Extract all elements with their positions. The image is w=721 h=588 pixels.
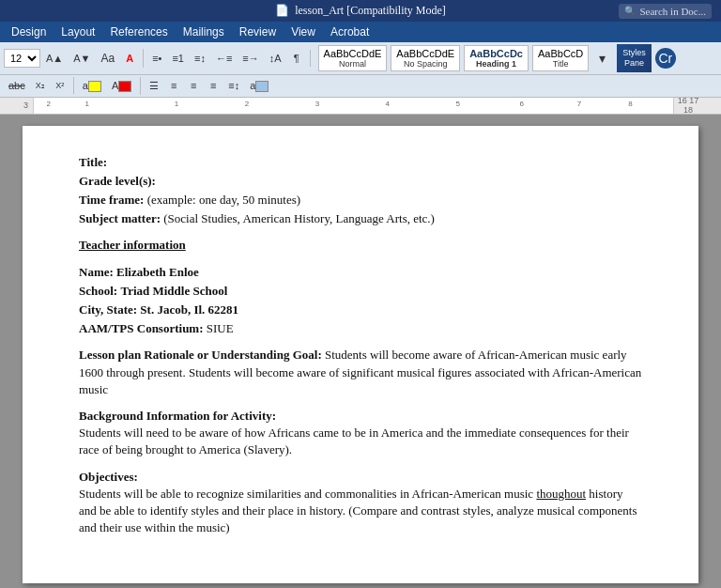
style-heading1[interactable]: AaBbCcDc Heading 1: [464, 45, 529, 71]
menu-item-design[interactable]: Design: [4, 22, 54, 42]
multilevel-button[interactable]: ≡↕: [190, 50, 210, 67]
styles-area: AaBbCcDdE Normal AaBbCcDdE No Spacing Aa…: [318, 44, 676, 72]
name-value: Elizabeth Enloe: [116, 265, 199, 279]
background-body: Students will need to be aware of how Af…: [79, 425, 642, 458]
rationale-heading: Lesson plan Rationale or Understanding G…: [79, 348, 322, 362]
name-label: Name:: [79, 265, 114, 279]
menu-item-references[interactable]: References: [102, 22, 175, 42]
case-button[interactable]: Aa: [96, 49, 119, 68]
shading-button[interactable]: a: [245, 77, 273, 95]
ruler: 3 2 1 1 2 3 4 5 6 7 8 16 17 18: [0, 98, 721, 115]
sort-button[interactable]: ↕A: [265, 50, 286, 67]
create-style-button[interactable]: Cr: [655, 48, 676, 69]
document-wrapper: Title: Grade level(s): Time frame: (exam…: [0, 115, 721, 588]
city-state-line: City, State: St. Jacob, Il. 62281: [79, 302, 642, 318]
background-heading: Background Information for Activity:: [79, 408, 642, 425]
style-normal[interactable]: AaBbCcDdE Normal: [318, 45, 388, 71]
word-icon: 📄: [275, 4, 289, 18]
menu-item-mailings[interactable]: Mailings: [176, 22, 232, 42]
toolbar-row2: abc X₂ X² a A ☰ ≡ ≡ ≡ ≡↕ a: [0, 75, 721, 98]
subject-label: Subject matter:: [79, 211, 161, 225]
rationale-section: Lesson plan Rationale or Understanding G…: [79, 347, 642, 398]
toolbar-row1: 121014 A▲ A▼ Aa A ≡• ≡1 ≡↕ ←≡ ≡→ ↕A ¶ Aa…: [0, 42, 721, 75]
menu-item-acrobat[interactable]: Acrobat: [323, 22, 376, 42]
numbering-button[interactable]: ≡1: [167, 50, 189, 67]
align-left-button[interactable]: ☰: [145, 77, 163, 95]
background-section: Background Information for Activity: Stu…: [79, 408, 642, 459]
title-bar: 📄 lesson_Art [Compatibility Mode] Search…: [0, 0, 721, 22]
rationale-paragraph: Lesson plan Rationale or Understanding G…: [79, 347, 642, 398]
style-normal-label: Normal: [324, 59, 382, 69]
ruler-track: 2 1 1 2 3 4 5 6 7 8: [33, 98, 674, 114]
more-styles-button[interactable]: ▾: [592, 50, 611, 67]
strikethrough-button[interactable]: abc: [4, 77, 30, 94]
show-para-button[interactable]: ¶: [287, 50, 306, 67]
decrease-indent-button[interactable]: ←≡: [211, 50, 237, 67]
search-area[interactable]: Search in Doc...: [619, 4, 712, 19]
styles-pane-button[interactable]: Styles Pane: [617, 44, 652, 72]
menu-bar: Design Layout References Mailings Review…: [0, 22, 721, 42]
city-state-value: St. Jacob, Il. 62281: [140, 302, 238, 317]
consortium-value: SIUE: [207, 321, 234, 335]
timeframe-line: Time frame: (example: one day, 50 minute…: [79, 192, 642, 209]
font-color-button[interactable]: A: [107, 77, 136, 95]
subscript-button[interactable]: X₂: [31, 78, 50, 93]
timeframe-value: (example: one day, 50 minutes): [147, 193, 300, 207]
align-center-button[interactable]: ≡: [164, 77, 183, 94]
grade-line: Grade level(s):: [79, 173, 642, 190]
line-spacing-button[interactable]: ≡↕: [223, 77, 244, 94]
style-no-spacing-preview: AaBbCcDdE: [396, 48, 454, 59]
shrink-font-button[interactable]: A▼: [69, 50, 95, 67]
header-info-section: Title: Grade level(s): Time frame: (exam…: [79, 154, 642, 228]
text-highlight-button[interactable]: a: [78, 77, 106, 95]
align-justify-button[interactable]: ≡: [204, 77, 222, 94]
font-size-group: 121014 A▲ A▼ Aa A: [4, 49, 144, 68]
timeframe-label: Time frame:: [79, 193, 144, 207]
title-label: Title:: [79, 155, 107, 169]
objectives-section: Objectives: Students will be able to rec…: [79, 469, 642, 537]
font-size-select[interactable]: 121014: [4, 49, 40, 68]
alignment-group: ☰ ≡ ≡ ≡ ≡↕ a: [145, 77, 277, 95]
menu-item-review[interactable]: Review: [232, 22, 284, 42]
title-line: Title:: [79, 154, 642, 171]
document-page: Title: Grade level(s): Time frame: (exam…: [23, 126, 698, 584]
city-state-label: City, State:: [79, 302, 137, 317]
align-right-button[interactable]: ≡: [184, 77, 203, 94]
school-line: School: Triad Middle School: [79, 283, 642, 300]
style-heading1-preview: AaBbCcDc: [469, 48, 523, 59]
objectives-body: Students will be able to recognize simil…: [79, 486, 642, 537]
bullets-button[interactable]: ≡•: [147, 50, 166, 67]
style-title-label: Title: [538, 59, 583, 69]
subject-value: (Social Studies, American History, Langu…: [163, 211, 435, 225]
consortium-label: AAM/TPS Consortium:: [79, 321, 204, 335]
style-no-spacing[interactable]: AaBbCcDdE No Spacing: [391, 45, 460, 71]
consortium-line: AAM/TPS Consortium: SIUE: [79, 320, 642, 337]
name-line: Name: Elizabeth Enloe: [79, 264, 642, 281]
menu-item-view[interactable]: View: [284, 22, 323, 42]
grow-font-button[interactable]: A▲: [41, 50, 68, 67]
style-title[interactable]: AaBbCcD Title: [532, 45, 589, 71]
style-normal-preview: AaBbCcDdE: [324, 48, 382, 59]
thoughout-underline: thoughout: [536, 487, 586, 501]
menu-item-layout[interactable]: Layout: [54, 22, 102, 42]
teacher-details-section: Name: Elizabeth Enloe School: Triad Midd…: [79, 264, 642, 338]
search-label: Search in Doc...: [639, 6, 706, 17]
style-title-preview: AaBbCcD: [538, 48, 583, 59]
document-title: lesson_Art [Compatibility Mode]: [295, 4, 446, 18]
superscript-button[interactable]: X²: [51, 78, 69, 93]
teacher-info-heading-section: Teacher information: [79, 237, 642, 254]
increase-indent-button[interactable]: ≡→: [238, 50, 263, 67]
style-heading1-label: Heading 1: [469, 59, 523, 69]
grade-label: Grade level(s):: [79, 174, 156, 188]
text-color-group: a A: [78, 77, 141, 95]
subject-line: Subject matter: (Social Studies, America…: [79, 210, 642, 227]
school-label: School:: [79, 284, 117, 298]
school-value: Triad Middle School: [120, 284, 227, 298]
paragraph-group: ≡• ≡1 ≡↕ ←≡ ≡→ ↕A ¶: [147, 50, 310, 67]
teacher-info-heading: Teacher information: [79, 237, 642, 254]
font-format-group: abc X₂ X²: [4, 77, 74, 94]
objectives-heading: Objectives:: [79, 469, 642, 486]
style-no-spacing-label: No Spacing: [396, 59, 454, 69]
clear-format-button[interactable]: A: [120, 50, 139, 67]
